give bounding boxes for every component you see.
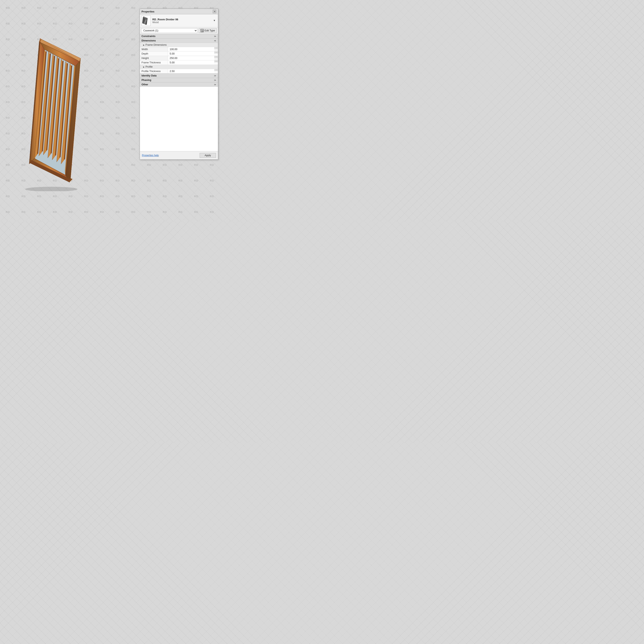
watermark-cell: RD <box>188 204 204 220</box>
other-toggle: ≫ <box>214 83 216 86</box>
watermark-cell: RD <box>126 204 141 220</box>
watermark-cell: RD <box>173 188 188 204</box>
watermark-cell: RD <box>126 126 141 141</box>
properties-panel: Properties ✕ RD_Room Divider 06 Wood ▼ <box>140 9 218 160</box>
dimensions-label: Dimensions <box>141 39 156 42</box>
category-selector[interactable]: Casework (1) <box>141 28 197 33</box>
panel-title: Properties <box>141 10 154 13</box>
profile-thickness-value[interactable]: 2.50 <box>168 69 214 73</box>
frame-dimensions-label: Frame Dimensions <box>146 43 167 46</box>
frame-thickness-label: Frame Thickness <box>140 60 168 65</box>
depth-row: Depth 5.00 ⋯ <box>140 52 218 56</box>
other-label: Other <box>141 83 148 86</box>
height-edit-btn[interactable]: ⋯ <box>214 56 218 58</box>
watermark-cell: RD <box>126 188 141 204</box>
watermark-cell: RD <box>126 94 141 110</box>
watermark-cell: RD <box>141 204 157 220</box>
height-label: Height <box>140 56 168 60</box>
constraints-toggle: ≫ <box>214 35 216 38</box>
element-name: RD_Room Divider 06 <box>152 18 212 21</box>
panel-footer: Properties help Apply <box>140 151 218 159</box>
watermark-cell: RD <box>126 63 141 78</box>
panel-header: RD_Room Divider 06 Wood ▼ <box>140 14 218 27</box>
constraints-section-header[interactable]: Constraints ≫ <box>140 34 218 38</box>
watermark-cell: RD <box>204 188 220 204</box>
edit-type-button[interactable]: Edit Type <box>199 28 217 33</box>
watermark-cell: RD <box>157 204 173 220</box>
width-row: Width 100.00 ⋯ <box>140 47 218 52</box>
profile-chevron: ▶ <box>143 66 145 68</box>
watermark-cell: RD <box>141 188 157 204</box>
identity-data-section-header[interactable]: Identity Data ≫ <box>140 73 218 78</box>
watermark-cell: RD <box>126 110 141 126</box>
depth-edit-btn[interactable]: ⋯ <box>214 52 218 54</box>
watermark-cell: RD <box>173 173 188 188</box>
svg-point-40 <box>25 187 77 191</box>
watermark-cell: RD <box>126 16 141 31</box>
watermark-cell: RD <box>188 173 204 188</box>
dimensions-toggle: ≪ <box>214 39 216 42</box>
phasing-section-header[interactable]: Phasing ≫ <box>140 78 218 82</box>
edit-type-icon <box>200 29 204 32</box>
depth-label: Depth <box>140 52 168 56</box>
frame-dimensions-subsection[interactable]: ▶ Frame Dimensions <box>140 43 218 47</box>
dimensions-section-header[interactable]: Dimensions ≪ <box>140 38 218 43</box>
watermark-cell: RD <box>126 31 141 47</box>
constraints-label: Constraints <box>141 35 155 38</box>
element-dropdown-arrow[interactable]: ▼ <box>213 19 216 22</box>
watermark-cell: RD <box>157 173 173 188</box>
watermark-cell: RD <box>126 78 141 94</box>
watermark-cell: RD <box>126 47 141 63</box>
watermark-cell: RD <box>157 188 173 204</box>
width-value[interactable]: 100.00 <box>168 47 214 51</box>
watermark-cell: RD <box>173 204 188 220</box>
depth-value[interactable]: 5.00 <box>168 52 214 56</box>
other-section-header[interactable]: Other ≫ <box>140 82 218 87</box>
width-edit-btn[interactable]: ⋯ <box>214 47 218 49</box>
watermark-cell: RD <box>126 173 141 188</box>
identity-data-label: Identity Data <box>141 74 157 77</box>
empty-content-area <box>140 87 218 151</box>
frame-thickness-row: Frame Thickness 5.00 ⋯ <box>140 60 218 65</box>
watermark-cell: RD <box>188 188 204 204</box>
phasing-toggle: ≫ <box>214 79 216 82</box>
height-value[interactable]: 250.00 <box>168 56 214 60</box>
watermark-cell: RD <box>126 157 141 173</box>
profile-thickness-label: Profile Thickness <box>140 69 168 73</box>
panel-close-button[interactable]: ✕ <box>213 10 216 13</box>
frame-thickness-value[interactable]: 5.00 <box>168 60 214 65</box>
height-row: Height 250.00 ⋯ <box>140 56 218 60</box>
element-type: Wood <box>152 21 212 24</box>
element-thumbnail <box>141 15 151 26</box>
watermark-cell: RD <box>204 204 220 220</box>
width-label: Width <box>140 47 168 51</box>
canvas-area <box>0 0 121 221</box>
panel-titlebar: Properties ✕ <box>140 9 218 14</box>
room-divider-model <box>17 30 104 191</box>
element-info: RD_Room Divider 06 Wood <box>152 18 212 24</box>
edit-type-label: Edit Type <box>204 29 215 32</box>
profile-thickness-edit-btn[interactable]: ⋯ <box>214 69 218 71</box>
watermark-cell: RD <box>126 0 141 16</box>
frame-dimensions-chevron: ▶ <box>143 44 145 46</box>
apply-button[interactable]: Apply <box>200 153 216 158</box>
profile-label: Profile <box>146 65 153 68</box>
panel-selector-row: Casework (1) Edit Type <box>140 27 218 34</box>
frame-thickness-edit-btn[interactable]: ⋯ <box>214 60 218 62</box>
watermark-cell: RD <box>141 173 157 188</box>
profile-subsection[interactable]: ▶ Profile <box>140 65 218 69</box>
profile-thickness-row: Profile Thickness 2.50 ⋯ <box>140 69 218 73</box>
phasing-label: Phasing <box>141 79 151 82</box>
watermark-cell: RD <box>204 173 220 188</box>
properties-help-link[interactable]: Properties help <box>142 154 159 157</box>
watermark-cell: RD <box>126 141 141 157</box>
identity-data-toggle: ≫ <box>214 74 216 77</box>
